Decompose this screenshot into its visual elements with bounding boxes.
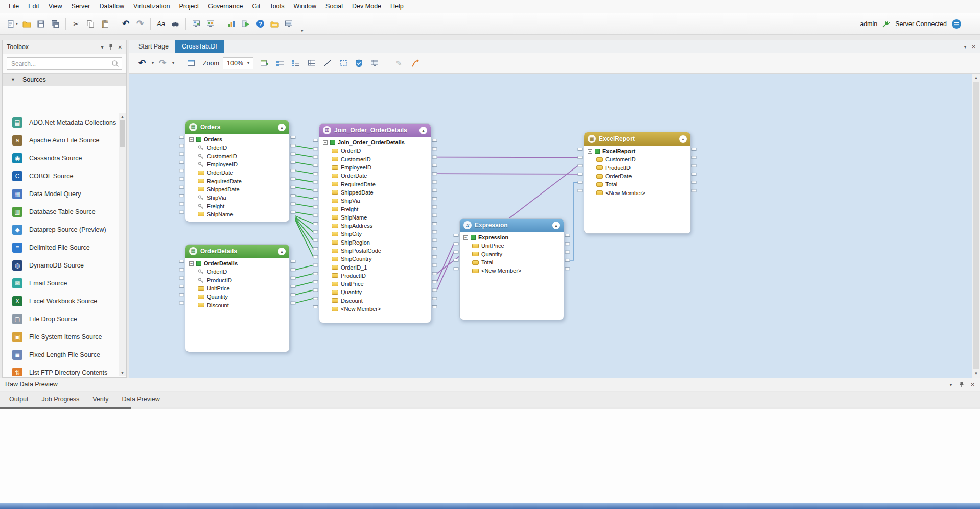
output-port[interactable] — [432, 231, 437, 233]
connection[interactable] — [295, 274, 313, 278]
output-port[interactable] — [565, 243, 570, 245]
field-row-quantity[interactable]: Quantity — [185, 293, 289, 301]
node-header-orderdetails[interactable]: ▦OrderDetails▲ — [185, 245, 289, 258]
field-row-quantity[interactable]: Quantity — [319, 288, 431, 296]
output-port[interactable] — [291, 153, 295, 155]
output-port[interactable] — [291, 161, 295, 163]
field-row-requireddate[interactable]: RequiredDate — [185, 177, 289, 185]
raw-data-preview-panel-header[interactable]: Raw Data Preview ▾ ✕ — [0, 378, 980, 391]
input-port[interactable] — [179, 161, 184, 163]
input-port[interactable] — [313, 148, 318, 150]
input-port[interactable] — [578, 173, 582, 175]
node-root-row-orderdetails[interactable]: −OrderDetails — [185, 259, 289, 268]
output-port[interactable] — [432, 198, 437, 200]
toolbox-item-apache-avro-file-source[interactable]: aApache Avro File Source — [3, 131, 119, 149]
toolbox-item-dynamodb-source[interactable]: ◍DynamoDB Source — [3, 256, 119, 274]
help-button[interactable]: ? — [254, 17, 266, 31]
toolbox-scrollbar[interactable]: ▲ ▼ — [119, 113, 126, 376]
start-job-button[interactable] — [240, 17, 252, 31]
output-port[interactable] — [291, 285, 295, 287]
node-root-row-orders[interactable]: −Orders — [185, 135, 289, 143]
cut-button[interactable]: ✂ — [70, 17, 82, 31]
menu-server[interactable]: Server — [67, 0, 95, 13]
field-row-productid[interactable]: ProductID — [185, 276, 289, 284]
input-port[interactable] — [313, 156, 318, 158]
preview-output-button[interactable] — [369, 57, 381, 70]
output-port[interactable] — [291, 211, 295, 213]
connection[interactable] — [295, 220, 313, 257]
field-row-orderid[interactable]: OrderID — [319, 147, 431, 155]
output-port[interactable] — [432, 181, 437, 183]
font-button[interactable]: Aa — [155, 17, 167, 31]
input-port[interactable] — [313, 297, 318, 300]
tab-close-icon[interactable]: ✕ — [972, 44, 976, 50]
connection[interactable] — [295, 212, 313, 215]
connection[interactable] — [295, 179, 313, 182]
input-port[interactable] — [313, 289, 318, 292]
node-header-excelreport[interactable]: ▦ExcelReport▲ — [584, 132, 690, 146]
scroll-down-icon[interactable]: ▼ — [972, 370, 980, 377]
draw-link-button[interactable] — [321, 57, 334, 70]
output-port[interactable] — [432, 297, 437, 300]
output-port[interactable] — [432, 223, 437, 225]
field-row-new-member[interactable]: <New Member> — [460, 266, 564, 275]
expand-collapse-icon[interactable]: − — [323, 140, 328, 145]
paste-button[interactable] — [99, 17, 111, 31]
output-port[interactable] — [692, 181, 696, 184]
canvas-undo-dropdown-icon[interactable]: ▾ — [152, 61, 154, 65]
input-port[interactable] — [179, 269, 184, 271]
input-port[interactable] — [179, 285, 184, 287]
toolbox-item-email-source[interactable]: ✉Email Source — [3, 274, 119, 292]
output-port[interactable] — [291, 269, 295, 271]
field-row-customerid[interactable]: CustomerID — [584, 155, 690, 163]
input-port[interactable] — [313, 181, 318, 183]
connection[interactable] — [295, 265, 313, 270]
output-port[interactable] — [432, 139, 437, 142]
output-port[interactable] — [291, 178, 295, 180]
layout-horizontal-button[interactable] — [274, 57, 286, 70]
canvas-scrollbar[interactable]: ▲ ▼ — [972, 74, 980, 378]
tab-start-page[interactable]: Start Page — [132, 40, 175, 53]
field-row-new-member[interactable]: <New Member> — [584, 188, 690, 197]
toolbox-section-sources[interactable]: ▼ Sources — [3, 73, 126, 86]
field-row-employeeid[interactable]: EmployeeID — [185, 160, 289, 168]
field-row-shipaddress[interactable]: ShipAddress — [319, 222, 431, 230]
fit-to-window-button[interactable] — [185, 57, 197, 70]
output-port[interactable] — [291, 136, 295, 139]
toolbox-item-excel-workbook-source[interactable]: XExcel Workbook Source — [3, 292, 119, 310]
field-row-productid[interactable]: ProductID — [319, 272, 431, 280]
output-port[interactable] — [432, 173, 437, 175]
canvas-redo-button[interactable]: ↷ — [156, 57, 169, 70]
input-port[interactable] — [179, 211, 184, 213]
bottom-tab-data-preview[interactable]: Data Preview — [116, 392, 165, 407]
collapse-node-icon[interactable]: ▲ — [278, 124, 286, 131]
field-row-shipregion[interactable]: ShipRegion — [319, 238, 431, 247]
field-row-orderdate[interactable]: OrderDate — [319, 172, 431, 180]
toolbox-search-input[interactable] — [7, 57, 122, 70]
input-port[interactable] — [578, 189, 582, 192]
node-root-row-join[interactable]: −Join_Order_OrderDetails — [319, 138, 431, 147]
output-port[interactable] — [565, 234, 570, 237]
connection[interactable] — [295, 171, 313, 174]
field-row-shipvia[interactable]: ShipVia — [319, 197, 431, 205]
select-region-button[interactable] — [337, 57, 349, 70]
connection[interactable] — [295, 290, 313, 295]
auto-route-links-button[interactable] — [409, 57, 421, 70]
field-row-discount[interactable]: Discount — [319, 297, 431, 305]
output-port[interactable] — [692, 156, 696, 159]
input-port[interactable] — [313, 223, 318, 225]
connection[interactable] — [295, 299, 313, 303]
field-row-total[interactable]: Total — [460, 258, 564, 266]
input-port[interactable] — [313, 272, 318, 275]
bottom-tab-output[interactable]: Output — [4, 392, 34, 407]
menu-project[interactable]: Project — [174, 0, 203, 13]
connection[interactable] — [295, 146, 313, 149]
input-port[interactable] — [454, 268, 458, 270]
scroll-up-icon[interactable]: ▲ — [972, 74, 980, 82]
input-port[interactable] — [179, 186, 184, 188]
open-button[interactable] — [20, 17, 33, 31]
output-port[interactable] — [692, 173, 696, 175]
connection[interactable] — [437, 157, 578, 158]
chat-bubble-icon[interactable] — [951, 19, 962, 29]
output-port[interactable] — [291, 186, 295, 188]
